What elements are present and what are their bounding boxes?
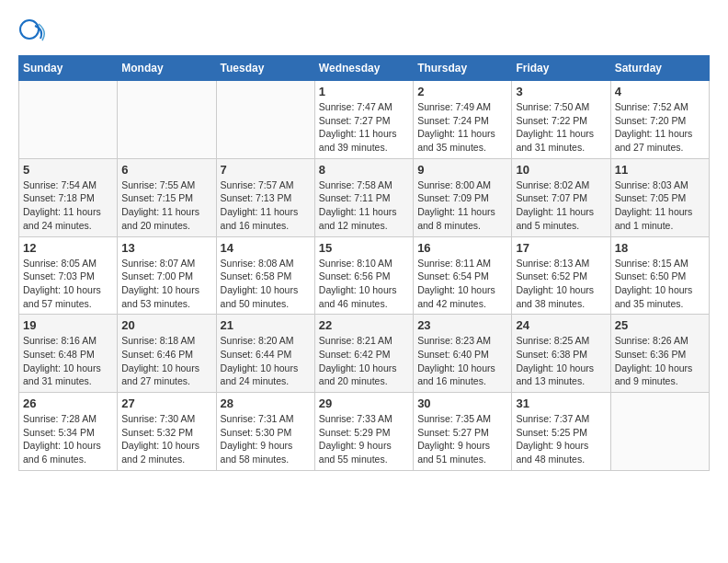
day-info: Sunrise: 8:15 AM Sunset: 6:50 PM Dayligh…	[615, 257, 705, 311]
calendar-header-friday: Friday	[512, 56, 610, 81]
day-number: 23	[417, 318, 507, 332]
day-info: Sunrise: 7:31 AM Sunset: 5:30 PM Dayligh…	[221, 412, 311, 466]
day-number: 21	[221, 318, 311, 332]
calendar-cell: 23Sunrise: 8:23 AM Sunset: 6:40 PM Dayli…	[414, 315, 512, 393]
day-number: 1	[319, 85, 409, 98]
calendar-cell: 30Sunrise: 7:35 AM Sunset: 5:27 PM Dayli…	[414, 393, 512, 471]
day-info: Sunrise: 8:02 AM Sunset: 7:07 PM Dayligh…	[516, 178, 606, 233]
calendar-cell: 10Sunrise: 8:02 AM Sunset: 7:07 PM Dayli…	[512, 158, 610, 236]
svg-point-0	[20, 20, 39, 39]
day-info: Sunrise: 8:00 AM Sunset: 7:09 PM Dayligh…	[417, 178, 507, 233]
day-info: Sunrise: 7:33 AM Sunset: 5:29 PM Dayligh…	[319, 412, 409, 466]
calendar-cell	[19, 81, 118, 159]
calendar-cell: 3Sunrise: 7:50 AM Sunset: 7:22 PM Daylig…	[512, 81, 610, 159]
day-number: 4	[615, 85, 705, 98]
day-number: 24	[516, 318, 606, 332]
day-info: Sunrise: 8:23 AM Sunset: 6:40 PM Dayligh…	[417, 334, 507, 388]
day-number: 16	[417, 241, 507, 255]
calendar-cell: 19Sunrise: 8:16 AM Sunset: 6:48 PM Dayli…	[19, 315, 118, 393]
day-number: 29	[319, 396, 409, 410]
calendar-cell	[610, 393, 709, 471]
logo-icon	[18, 18, 46, 46]
day-info: Sunrise: 8:26 AM Sunset: 6:36 PM Dayligh…	[615, 334, 705, 388]
calendar-cell: 18Sunrise: 8:15 AM Sunset: 6:50 PM Dayli…	[610, 236, 709, 315]
day-info: Sunrise: 7:47 AM Sunset: 7:27 PM Dayligh…	[319, 100, 409, 155]
day-info: Sunrise: 7:50 AM Sunset: 7:22 PM Dayligh…	[516, 100, 606, 155]
calendar-cell	[216, 81, 314, 159]
calendar-cell: 31Sunrise: 7:37 AM Sunset: 5:25 PM Dayli…	[512, 393, 610, 471]
day-number: 9	[417, 163, 507, 177]
calendar-cell: 22Sunrise: 8:21 AM Sunset: 6:42 PM Dayli…	[314, 315, 413, 393]
day-number: 28	[221, 396, 311, 410]
calendar-cell: 6Sunrise: 7:55 AM Sunset: 7:15 PM Daylig…	[118, 158, 216, 236]
day-number: 17	[516, 241, 606, 255]
day-info: Sunrise: 8:18 AM Sunset: 6:46 PM Dayligh…	[121, 334, 211, 388]
day-number: 20	[121, 318, 211, 332]
calendar-header-tuesday: Tuesday	[216, 56, 314, 81]
calendar-cell	[118, 81, 216, 159]
day-info: Sunrise: 8:16 AM Sunset: 6:48 PM Dayligh…	[23, 334, 113, 388]
day-number: 25	[615, 318, 705, 332]
day-number: 8	[319, 163, 409, 177]
day-info: Sunrise: 8:13 AM Sunset: 6:52 PM Dayligh…	[516, 257, 606, 311]
day-number: 14	[221, 241, 311, 255]
day-info: Sunrise: 8:10 AM Sunset: 6:56 PM Dayligh…	[319, 257, 409, 311]
day-number: 6	[121, 163, 211, 177]
calendar-cell: 17Sunrise: 8:13 AM Sunset: 6:52 PM Dayli…	[512, 236, 610, 315]
day-number: 7	[221, 163, 311, 177]
calendar-cell: 24Sunrise: 8:25 AM Sunset: 6:38 PM Dayli…	[512, 315, 610, 393]
day-number: 31	[516, 396, 606, 410]
day-number: 10	[516, 163, 606, 177]
day-info: Sunrise: 7:35 AM Sunset: 5:27 PM Dayligh…	[417, 412, 507, 466]
logo	[18, 18, 50, 46]
day-info: Sunrise: 8:20 AM Sunset: 6:44 PM Dayligh…	[221, 334, 311, 388]
day-info: Sunrise: 7:57 AM Sunset: 7:13 PM Dayligh…	[221, 178, 311, 233]
calendar-cell: 28Sunrise: 7:31 AM Sunset: 5:30 PM Dayli…	[216, 393, 314, 471]
day-info: Sunrise: 7:55 AM Sunset: 7:15 PM Dayligh…	[121, 178, 211, 233]
calendar-header-monday: Monday	[118, 56, 216, 81]
day-number: 15	[319, 241, 409, 255]
day-info: Sunrise: 7:28 AM Sunset: 5:34 PM Dayligh…	[23, 412, 113, 466]
day-info: Sunrise: 8:11 AM Sunset: 6:54 PM Dayligh…	[417, 257, 507, 311]
calendar-cell: 13Sunrise: 8:07 AM Sunset: 7:00 PM Dayli…	[118, 236, 216, 315]
calendar-cell: 16Sunrise: 8:11 AM Sunset: 6:54 PM Dayli…	[414, 236, 512, 315]
day-info: Sunrise: 7:58 AM Sunset: 7:11 PM Dayligh…	[319, 178, 409, 233]
calendar-header-saturday: Saturday	[610, 56, 709, 81]
calendar-cell: 20Sunrise: 8:18 AM Sunset: 6:46 PM Dayli…	[118, 315, 216, 393]
calendar-cell: 26Sunrise: 7:28 AM Sunset: 5:34 PM Dayli…	[19, 393, 118, 471]
calendar-week-4: 19Sunrise: 8:16 AM Sunset: 6:48 PM Dayli…	[19, 315, 710, 393]
day-info: Sunrise: 7:49 AM Sunset: 7:24 PM Dayligh…	[417, 100, 507, 155]
day-number: 22	[319, 318, 409, 332]
calendar-cell: 14Sunrise: 8:08 AM Sunset: 6:58 PM Dayli…	[216, 236, 314, 315]
page-header	[18, 18, 710, 46]
day-number: 11	[615, 163, 705, 177]
calendar-cell: 8Sunrise: 7:58 AM Sunset: 7:11 PM Daylig…	[314, 158, 413, 236]
day-number: 12	[23, 241, 113, 255]
day-info: Sunrise: 8:08 AM Sunset: 6:58 PM Dayligh…	[221, 257, 311, 311]
day-info: Sunrise: 7:30 AM Sunset: 5:32 PM Dayligh…	[121, 412, 211, 466]
day-number: 26	[23, 396, 113, 410]
calendar-header-wednesday: Wednesday	[314, 56, 413, 81]
calendar-table: SundayMondayTuesdayWednesdayThursdayFrid…	[18, 55, 710, 471]
calendar-cell: 9Sunrise: 8:00 AM Sunset: 7:09 PM Daylig…	[414, 158, 512, 236]
day-info: Sunrise: 7:37 AM Sunset: 5:25 PM Dayligh…	[516, 412, 606, 466]
day-info: Sunrise: 8:21 AM Sunset: 6:42 PM Dayligh…	[319, 334, 409, 388]
calendar-cell: 5Sunrise: 7:54 AM Sunset: 7:18 PM Daylig…	[19, 158, 118, 236]
day-number: 19	[23, 318, 113, 332]
calendar-cell: 12Sunrise: 8:05 AM Sunset: 7:03 PM Dayli…	[19, 236, 118, 315]
calendar-cell: 2Sunrise: 7:49 AM Sunset: 7:24 PM Daylig…	[414, 81, 512, 159]
calendar-cell: 21Sunrise: 8:20 AM Sunset: 6:44 PM Dayli…	[216, 315, 314, 393]
calendar-week-3: 12Sunrise: 8:05 AM Sunset: 7:03 PM Dayli…	[19, 236, 710, 315]
day-info: Sunrise: 8:03 AM Sunset: 7:05 PM Dayligh…	[615, 178, 705, 233]
calendar-week-1: 1Sunrise: 7:47 AM Sunset: 7:27 PM Daylig…	[19, 81, 710, 159]
day-info: Sunrise: 8:05 AM Sunset: 7:03 PM Dayligh…	[23, 257, 113, 311]
day-number: 18	[615, 241, 705, 255]
day-number: 5	[23, 163, 113, 177]
day-info: Sunrise: 7:52 AM Sunset: 7:20 PM Dayligh…	[615, 100, 705, 155]
day-number: 2	[417, 85, 507, 98]
calendar-cell: 11Sunrise: 8:03 AM Sunset: 7:05 PM Dayli…	[610, 158, 709, 236]
calendar-week-5: 26Sunrise: 7:28 AM Sunset: 5:34 PM Dayli…	[19, 393, 710, 471]
day-number: 27	[121, 396, 211, 410]
day-info: Sunrise: 7:54 AM Sunset: 7:18 PM Dayligh…	[23, 178, 113, 233]
calendar-cell: 25Sunrise: 8:26 AM Sunset: 6:36 PM Dayli…	[610, 315, 709, 393]
